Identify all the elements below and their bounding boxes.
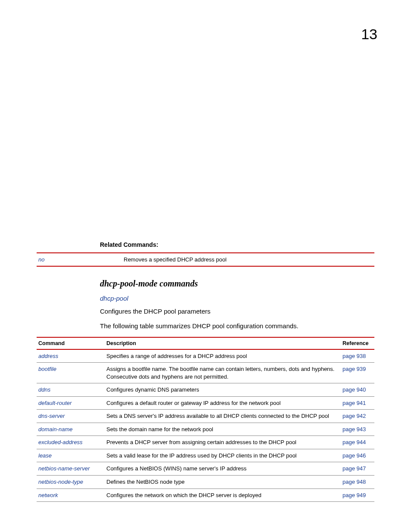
table-header-row: Command Description Reference <box>37 337 374 349</box>
table-row: netbios-node-typeDefines the NetBIOS nod… <box>37 475 374 488</box>
command-link[interactable]: network <box>38 492 58 498</box>
table-row: excluded-addressPrevents a DHCP server f… <box>37 436 374 449</box>
column-header-reference: Reference <box>341 337 374 349</box>
related-command-link[interactable]: no <box>38 256 44 263</box>
page-reference-link[interactable]: page 939 <box>342 366 366 372</box>
column-header-description: Description <box>105 337 341 349</box>
page-reference-link[interactable]: page 947 <box>342 465 366 472</box>
command-description: Defines the NetBIOS node type <box>105 475 341 488</box>
command-description: Configures the network on which the DHCP… <box>105 488 341 502</box>
page-reference-link[interactable]: page 946 <box>342 452 366 459</box>
body-paragraph: The following table summarizes DHCP pool… <box>100 322 374 330</box>
page-reference-link[interactable]: page 948 <box>342 479 366 485</box>
command-link[interactable]: address <box>38 353 58 359</box>
table-row: addressSpecifies a range of addresses fo… <box>37 349 374 363</box>
related-command-row: noRemoves a specified DHCP address pool <box>37 253 374 266</box>
command-description: Assigns a bootfile name. The bootfile na… <box>105 363 341 383</box>
related-commands-heading: Related Commands: <box>100 241 374 248</box>
page-reference-link[interactable]: page 941 <box>342 400 366 406</box>
page-reference-link[interactable]: page 949 <box>342 492 366 498</box>
table-row: default-routerConfigures a default route… <box>37 396 374 410</box>
command-link[interactable]: lease <box>38 452 52 459</box>
command-description: Specifies a range of addresses for a DHC… <box>105 349 341 363</box>
command-link[interactable]: dns-server <box>38 413 65 419</box>
command-link[interactable]: default-router <box>38 400 72 406</box>
body-paragraph: Configures the DHCP pool parameters <box>100 307 374 316</box>
page-reference-link[interactable]: page 940 <box>342 386 366 393</box>
command-description: Configures dynamic DNS parameters <box>105 383 341 397</box>
table-row: networkConfigures the network on which t… <box>37 488 374 502</box>
command-description: Prevents a DHCP server from assigning ce… <box>105 436 341 449</box>
subsection-link-text: dhcp-pool <box>100 295 128 302</box>
page: 13 Related Commands: noRemoves a specifi… <box>0 0 411 532</box>
table-row: ddnsConfigures dynamic DNS parameterspag… <box>37 383 374 397</box>
table-row: netbios-name-serverConfigures a NetBIOS … <box>37 462 374 476</box>
table-row: bootfileAssigns a bootfile name. The boo… <box>37 363 374 383</box>
command-link[interactable]: ddns <box>38 386 50 393</box>
command-table: Command Description Reference addressSpe… <box>37 337 374 502</box>
related-command-description: Removes a specified DHCP address pool <box>122 253 374 266</box>
subsection-link[interactable]: dhcp-pool <box>100 295 374 302</box>
table-row: leaseSets a valid lease for the IP addre… <box>37 449 374 462</box>
command-link[interactable]: netbios-name-server <box>38 465 90 472</box>
command-description: Sets the domain name for the network poo… <box>105 423 341 436</box>
column-header-command: Command <box>37 337 105 349</box>
page-reference-link[interactable]: page 944 <box>342 439 366 445</box>
command-description: Sets a valid lease for the IP address us… <box>105 449 341 462</box>
command-link[interactable]: domain-name <box>38 426 73 432</box>
command-description: Configures a NetBIOS (WINS) name server'… <box>105 462 341 476</box>
table-row: domain-nameSets the domain name for the … <box>37 423 374 436</box>
command-description: Sets a DNS server's IP address available… <box>105 410 341 423</box>
command-link[interactable]: excluded-address <box>38 439 83 445</box>
page-reference-link[interactable]: page 942 <box>342 413 366 419</box>
page-reference-link[interactable]: page 938 <box>342 353 366 359</box>
related-commands-table: noRemoves a specified DHCP address pool <box>37 252 374 267</box>
command-link[interactable]: netbios-node-type <box>38 479 83 485</box>
command-description: Configures a default router or gateway I… <box>105 396 341 410</box>
table-row: dns-serverSets a DNS server's IP address… <box>37 410 374 423</box>
page-reference-link[interactable]: page 943 <box>342 426 366 432</box>
command-link[interactable]: bootfile <box>38 366 56 372</box>
section-title: dhcp-pool-mode commands <box>100 279 374 289</box>
chapter-number: 13 <box>361 26 377 43</box>
page-content: Related Commands: noRemoves a specified … <box>37 241 374 502</box>
